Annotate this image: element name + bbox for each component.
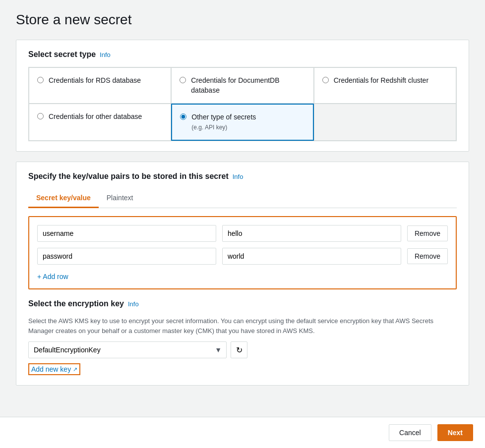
secret-type-header: Select secret type Info — [28, 50, 457, 59]
encryption-info-link[interactable]: Info — [128, 300, 139, 308]
radio-option-other[interactable]: Other type of secrets (e.g. API key) — [171, 104, 313, 141]
radio-option-other-db[interactable]: Credentials for other database — [29, 104, 171, 141]
kv-value-2[interactable] — [222, 248, 401, 265]
remove-button-1[interactable]: Remove — [407, 225, 448, 241]
radio-documentdb[interactable] — [180, 77, 186, 83]
refresh-button[interactable]: ↻ — [231, 341, 247, 358]
kv-key-1[interactable] — [37, 225, 216, 242]
radio-documentdb-label: Credentials for DocumentDB database — [191, 76, 305, 95]
radio-rds[interactable] — [37, 77, 44, 83]
tabs-container: Secret key/value Plaintext — [28, 189, 457, 208]
kv-title: Specify the key/value pairs to be stored… — [28, 172, 229, 181]
radio-other-db-label: Credentials for other database — [49, 112, 142, 122]
tab-secret-kv[interactable]: Secret key/value — [28, 189, 99, 208]
radio-option-empty — [314, 104, 456, 141]
encryption-description: Select the AWS KMS key to use to encrypt… — [28, 316, 457, 336]
kv-row-2: Remove — [37, 248, 448, 265]
radio-option-rds[interactable]: Credentials for RDS database — [29, 67, 171, 104]
kv-header: Specify the key/value pairs to be stored… — [28, 172, 457, 181]
radio-redshift[interactable] — [322, 77, 329, 83]
radio-other-db[interactable] — [37, 113, 44, 119]
kv-info-link[interactable]: Info — [233, 173, 243, 180]
radio-rds-label: Credentials for RDS database — [49, 76, 141, 86]
refresh-icon: ↻ — [236, 345, 242, 355]
kv-section-card: Specify the key/value pairs to be stored… — [16, 162, 469, 386]
add-row-link[interactable]: + Add row — [37, 273, 68, 280]
external-link-icon: ↗ — [73, 366, 77, 373]
secret-type-section: Select secret type Info Credentials for … — [16, 40, 469, 152]
remove-button-2[interactable]: Remove — [407, 248, 448, 264]
radio-option-documentdb[interactable]: Credentials for DocumentDB database — [171, 67, 313, 104]
radio-other[interactable] — [180, 113, 186, 120]
cancel-button[interactable]: Cancel — [389, 424, 431, 441]
add-new-key-link[interactable]: Add new key ↗ — [31, 365, 77, 373]
encryption-header: Select the encryption key Info — [28, 299, 457, 308]
kv-value-1[interactable] — [222, 225, 401, 242]
secret-type-grid: Credentials for RDS database Credentials… — [28, 67, 457, 141]
radio-option-redshift[interactable]: Credentials for Redshift cluster — [314, 67, 456, 104]
kv-pairs-container: Remove Remove + Add row — [28, 216, 457, 289]
encryption-section: Select the encryption key Info Select th… — [28, 299, 457, 375]
footer: Cancel Next — [0, 417, 485, 448]
encryption-key-row: DefaultEncryptionKey ▼ ↻ — [28, 341, 457, 358]
radio-other-label: Other type of secrets (e.g. API key) — [191, 112, 256, 132]
page-title: Store a new secret — [16, 12, 469, 28]
encryption-title: Select the encryption key — [28, 299, 124, 308]
secret-type-info-link[interactable]: Info — [100, 51, 111, 58]
secret-type-title: Select secret type — [28, 50, 96, 59]
radio-redshift-label: Credentials for Redshift cluster — [334, 76, 428, 86]
key-select-wrapper: DefaultEncryptionKey ▼ — [28, 341, 227, 358]
next-button[interactable]: Next — [437, 424, 473, 441]
kv-row-1: Remove — [37, 225, 448, 242]
encryption-key-select[interactable]: DefaultEncryptionKey — [28, 341, 227, 358]
kv-key-2[interactable] — [37, 248, 216, 265]
tab-plaintext[interactable]: Plaintext — [99, 189, 141, 208]
